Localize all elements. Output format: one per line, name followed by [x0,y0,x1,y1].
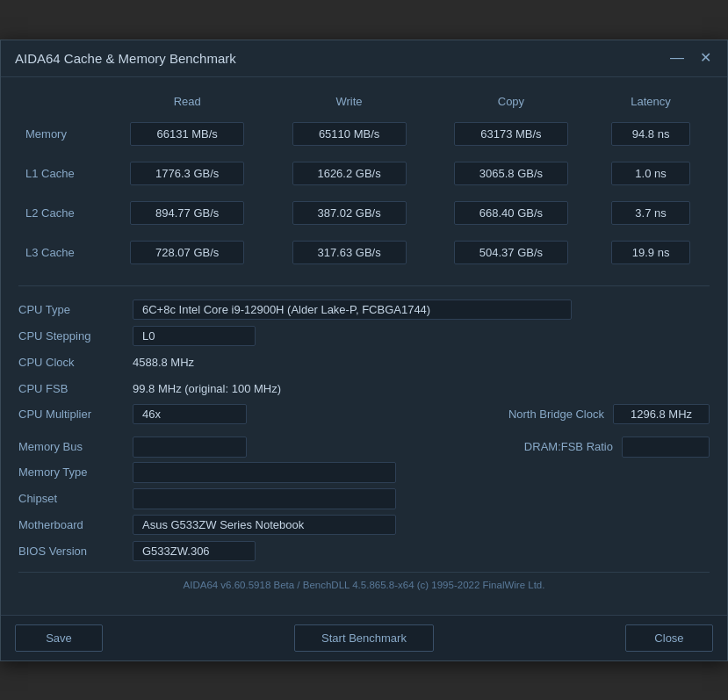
bench-copy-value: 3065.8 GB/s [430,156,592,191]
cpu-stepping-value: L0 [133,326,256,346]
col-header-latency: Latency [592,91,710,117]
bench-read-value: 66131 MB/s [106,117,268,151]
cpu-multiplier-row: CPU Multiplier 46x North Bridge Clock 12… [18,404,710,424]
bios-row: BIOS Version G533ZW.306 [18,540,710,563]
cpu-fsb-label: CPU FSB [18,382,133,395]
bench-row-label: Memory [18,117,106,151]
cpu-fsb-value: 99.8 MHz (original: 100 MHz) [133,382,281,395]
bench-row-label: L3 Cache [18,235,106,270]
memory-bus-value [133,437,247,458]
cpu-multiplier-label: CPU Multiplier [18,408,133,421]
close-button[interactable]: ✕ [698,51,713,65]
bios-value: G533ZW.306 [133,541,256,561]
bench-copy-value: 668.40 GB/s [430,196,592,230]
bench-copy-value: 504.37 GB/s [430,235,592,270]
dram-fsb-label: DRAM:FSB Ratio [524,440,613,453]
table-row: L3 Cache728.07 GB/s317.63 GB/s504.37 GB/… [18,235,710,270]
bench-latency-value: 19.9 ns [592,235,710,270]
main-content: Read Write Copy Latency Memory66131 MB/s… [1,77,727,615]
bench-latency-value: 3.7 ns [592,196,710,230]
cpu-type-value: 6C+8c Intel Core i9-12900H (Alder Lake-P… [133,299,572,320]
cpu-stepping-label: CPU Stepping [18,329,133,343]
bench-write-value: 65110 MB/s [268,117,429,151]
bench-latency-value: 1.0 ns [592,156,710,191]
col-header-empty [18,91,106,117]
save-button[interactable]: Save [15,624,103,652]
bottom-bar: Save Start Benchmark Close [1,615,727,660]
motherboard-value: Asus G533ZW Series Notebook [133,515,396,535]
cpu-type-row: CPU Type 6C+8c Intel Core i9-12900H (Ald… [18,299,710,321]
cpu-type-label: CPU Type [18,303,133,316]
motherboard-label: Motherboard [18,518,133,531]
dram-fsb-value [622,437,710,458]
chipset-row: Chipset [18,487,710,510]
info-section: CPU Type 6C+8c Intel Core i9-12900H (Ald… [18,285,710,563]
bench-latency-value: 94.8 ns [592,117,710,151]
bench-read-value: 728.07 GB/s [106,235,268,270]
memory-type-row: Memory Type [18,461,710,484]
cpu-clock-value: 4588.8 MHz [133,356,194,369]
table-row: L1 Cache1776.3 GB/s1626.2 GB/s3065.8 GB/… [18,156,710,191]
cpu-fsb-row: CPU FSB 99.8 MHz (original: 100 MHz) [18,378,710,401]
table-row: Memory66131 MB/s65110 MB/s63173 MB/s94.8… [18,117,710,151]
chipset-value [133,488,396,509]
memory-bus-row: Memory Bus DRAM:FSB Ratio [18,437,710,458]
footer-text: AIDA64 v6.60.5918 Beta / BenchDLL 4.5.86… [18,572,710,601]
col-header-write: Write [268,91,429,117]
north-bridge-value: 1296.8 MHz [613,404,710,424]
cpu-stepping-row: CPU Stepping L0 [18,325,710,348]
window-controls: — ✕ [668,51,713,65]
bench-write-value: 1626.2 GB/s [268,156,429,191]
bench-row-label: L1 Cache [18,156,106,191]
table-row: L2 Cache894.77 GB/s387.02 GB/s668.40 GB/… [18,196,710,230]
minimize-button[interactable]: — [668,51,686,65]
col-header-copy: Copy [430,91,592,117]
memory-bus-label: Memory Bus [18,440,133,453]
memory-type-label: Memory Type [18,465,133,479]
memory-type-value [133,462,396,483]
bios-label: BIOS Version [18,545,133,558]
cpu-multiplier-value: 46x [133,404,247,424]
col-header-read: Read [106,91,268,117]
start-benchmark-button[interactable]: Start Benchmark [294,624,434,652]
main-window: AIDA64 Cache & Memory Benchmark — ✕ Read… [0,40,728,661]
bench-row-label: L2 Cache [18,196,106,230]
window-title: AIDA64 Cache & Memory Benchmark [15,51,236,66]
motherboard-row: Motherboard Asus G533ZW Series Notebook [18,514,710,537]
close-button-bottom[interactable]: Close [625,624,713,652]
bench-write-value: 317.63 GB/s [268,235,429,270]
north-bridge-label: North Bridge Clock [508,408,604,421]
cpu-clock-row: CPU Clock 4588.8 MHz [18,351,710,374]
bench-write-value: 387.02 GB/s [268,196,429,230]
chipset-label: Chipset [18,492,133,505]
cpu-clock-label: CPU Clock [18,356,133,369]
benchmark-table: Read Write Copy Latency Memory66131 MB/s… [18,91,710,270]
title-bar: AIDA64 Cache & Memory Benchmark — ✕ [1,40,727,77]
bench-read-value: 894.77 GB/s [106,196,268,230]
bench-copy-value: 63173 MB/s [430,117,592,151]
bench-read-value: 1776.3 GB/s [106,156,268,191]
